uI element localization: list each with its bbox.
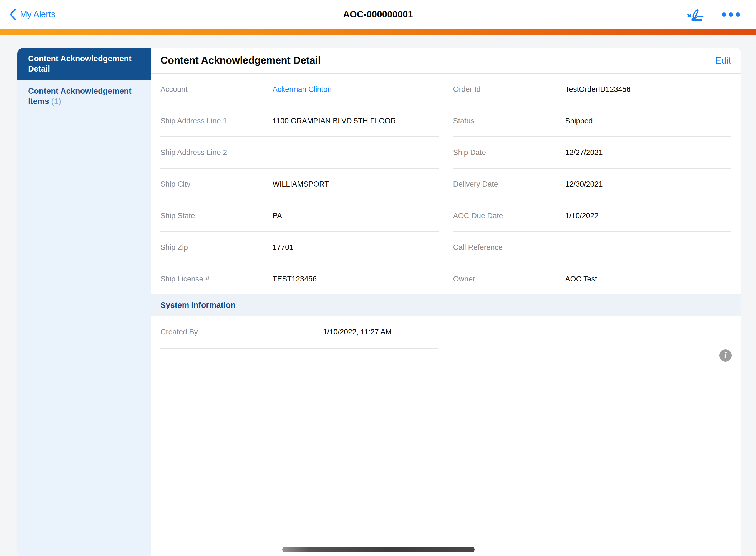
field-label: Order Id bbox=[453, 85, 565, 94]
field-label: Ship City bbox=[160, 180, 272, 188]
field-value: 17701 bbox=[272, 243, 293, 252]
field-row-ship-city: Ship City WILLIAMSPORT bbox=[160, 169, 438, 200]
field-value: PA bbox=[272, 212, 282, 220]
field-label: Account bbox=[160, 85, 272, 94]
home-indicator-bar[interactable] bbox=[282, 547, 474, 552]
related-list-sidebar: Content Acknowledgement Detail Content A… bbox=[18, 48, 151, 556]
field-label: Ship Date bbox=[453, 148, 565, 157]
sidebar-item-label: Content Acknowledgement Items bbox=[28, 86, 132, 106]
brand-accent-bar bbox=[0, 29, 756, 35]
field-row-ship-zip: Ship Zip 17701 bbox=[160, 232, 438, 264]
field-column-right: Order Id TestOrderID123456 Status Shippe… bbox=[453, 74, 731, 294]
field-row-ship-address-line-1: Ship Address Line 1 1100 GRAMPIAN BLVD 5… bbox=[160, 105, 438, 137]
detail-title: Content Acknowledgement Detail bbox=[160, 55, 321, 66]
field-value: 1/10/2022 bbox=[565, 212, 599, 220]
field-row-delivery-date: Delivery Date 12/30/2021 bbox=[453, 169, 731, 200]
sidebar-item-content-acknowledgement-detail[interactable]: Content Acknowledgement Detail bbox=[18, 48, 151, 80]
edit-button[interactable]: Edit bbox=[715, 55, 731, 66]
field-label: Call Reference bbox=[453, 243, 565, 252]
field-row-ship-address-line-2: Ship Address Line 2 bbox=[160, 137, 438, 169]
signature-icon[interactable] bbox=[686, 5, 706, 23]
system-information-title: System Information bbox=[160, 301, 236, 310]
field-column-left: Account Ackerman Clinton Ship Address Li… bbox=[160, 74, 438, 294]
field-row-ship-state: Ship State PA bbox=[160, 200, 438, 232]
field-label: Ship Zip bbox=[160, 243, 272, 252]
page-title: AOC-000000001 bbox=[343, 9, 413, 20]
more-actions-icon[interactable] bbox=[720, 11, 742, 18]
field-value: AOC Test bbox=[565, 275, 597, 283]
field-label: Ship State bbox=[160, 212, 272, 220]
system-information-section-header: System Information bbox=[151, 294, 741, 316]
nav-actions bbox=[686, 0, 742, 29]
field-columns: Account Ackerman Clinton Ship Address Li… bbox=[160, 74, 731, 294]
info-button[interactable]: i bbox=[719, 349, 731, 361]
navigation-bar: My Alerts AOC-000000001 bbox=[0, 0, 756, 29]
account-link[interactable]: Ackerman Clinton bbox=[272, 85, 332, 94]
field-row-created-by: Created By 1/10/2022, 11:27 AM bbox=[160, 316, 438, 349]
chevron-left-icon bbox=[9, 9, 16, 20]
sidebar-item-content-acknowledgement-items[interactable]: Content Acknowledgement Items (1) bbox=[18, 80, 151, 113]
field-row-owner: Owner AOC Test bbox=[453, 264, 731, 294]
field-label: Ship Address Line 2 bbox=[160, 148, 272, 157]
field-label: Delivery Date bbox=[453, 180, 565, 188]
field-value: 12/27/2021 bbox=[565, 148, 603, 157]
back-button[interactable]: My Alerts bbox=[9, 9, 55, 20]
field-row-aoc-due-date: AOC Due Date 1/10/2022 bbox=[453, 200, 731, 232]
field-label: Created By bbox=[160, 328, 323, 336]
field-value: Shipped bbox=[565, 117, 593, 125]
field-row-call-reference: Call Reference bbox=[453, 232, 731, 264]
field-label: Owner bbox=[453, 275, 565, 283]
sidebar-item-count: (1) bbox=[51, 97, 61, 106]
field-value: 12/30/2021 bbox=[565, 180, 603, 188]
field-label: Ship License # bbox=[160, 275, 272, 283]
field-value: TestOrderID123456 bbox=[565, 85, 631, 94]
info-icon: i bbox=[724, 350, 727, 360]
back-button-label: My Alerts bbox=[20, 9, 55, 20]
field-row-status: Status Shipped bbox=[453, 105, 731, 137]
field-value: TEST123456 bbox=[272, 275, 317, 283]
detail-card: Content Acknowledgement Detail Edit Acco… bbox=[151, 48, 741, 556]
field-row-account: Account Ackerman Clinton bbox=[160, 74, 438, 105]
field-value: WILLIAMSPORT bbox=[272, 180, 329, 188]
sidebar-item-label: Content Acknowledgement Detail bbox=[28, 54, 132, 73]
field-row-ship-license: Ship License # TEST123456 bbox=[160, 264, 438, 294]
detail-card-header: Content Acknowledgement Detail Edit bbox=[160, 48, 731, 73]
field-label: Ship Address Line 1 bbox=[160, 117, 272, 125]
field-row-order-id: Order Id TestOrderID123456 bbox=[453, 74, 731, 105]
field-value: 1100 GRAMPIAN BLVD 5TH FLOOR bbox=[272, 117, 396, 125]
field-label: AOC Due Date bbox=[453, 212, 565, 220]
field-row-ship-date: Ship Date 12/27/2021 bbox=[453, 137, 731, 169]
field-value: 1/10/2022, 11:27 AM bbox=[323, 328, 392, 336]
field-label: Status bbox=[453, 117, 565, 125]
content-area: Content Acknowledgement Detail Content A… bbox=[18, 48, 741, 556]
